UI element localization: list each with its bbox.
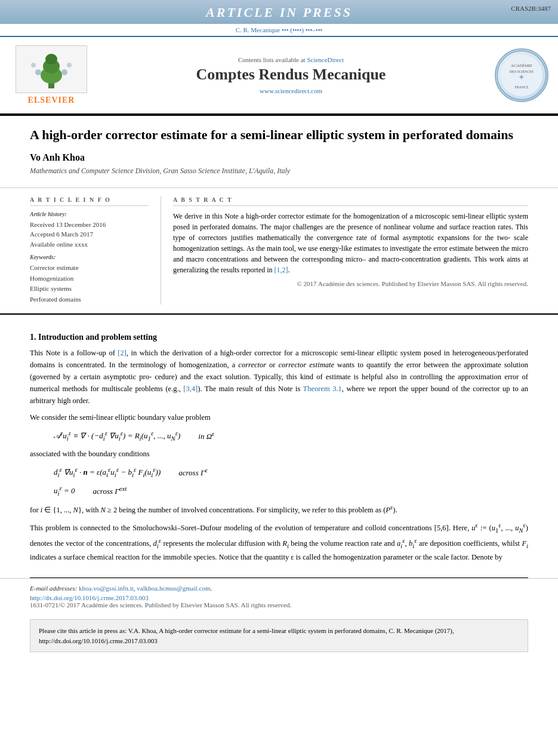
history-label: Article history: <box>30 211 149 217</box>
article-title-section: A high-order corrector estimate for a se… <box>0 116 558 188</box>
email-label: E-mail addresses: <box>30 585 77 592</box>
body-para4: for i ∈ {1, ..., N}, with N ≥ 2 being th… <box>30 503 528 516</box>
keyword-4: Perforated domains <box>30 294 149 305</box>
body-para1: This Note is a follow-up of [2], in whic… <box>30 347 528 407</box>
equation-2-domain: across Γε <box>178 466 207 478</box>
academy-emblem: ACADÉMIE DES SCIENCES ✦ FRANCE <box>495 48 548 102</box>
accepted-date: Accepted 6 March 2017 <box>30 229 149 239</box>
elsevier-label: ELSEVIER <box>28 96 75 105</box>
article-info-label: A R T I C L E I N F O <box>30 196 149 206</box>
doi-link[interactable]: http://dx.doi.org/10.1016/j.crme.2017.03… <box>30 594 149 601</box>
article-info-column: A R T I C L E I N F O Article history: R… <box>30 196 161 305</box>
equation-1: 𝒜εuiε ≡ ∇ · (−diε ∇uiε) = Ri(u1ε, ..., u… <box>54 429 528 442</box>
body-para3: associated with the boundary conditions <box>30 448 528 460</box>
cite-box: Please cite this article in press as: V.… <box>30 619 528 652</box>
contents-text: Contents lists available at <box>238 56 306 63</box>
equation-2: diε ∇uiε · n = ε(aiεuiε − biε Fi(uiε)) a… <box>54 466 528 478</box>
email-line: E-mail addresses: khoa.vo@gssi.infn.it, … <box>30 585 528 592</box>
journal-line-text: C. R. Mecanique ••• (••••) •••–••• <box>236 26 323 33</box>
issn-line: 1631-0721/© 2017 Académie des sciences. … <box>30 601 528 609</box>
info-abstract-section: A R T I C L E I N F O Article history: R… <box>0 188 558 314</box>
doi-line: http://dx.doi.org/10.1016/j.crme.2017.03… <box>30 594 528 601</box>
equation-1-domain: in Ωε <box>198 430 214 441</box>
abstract-ref-link[interactable]: [1,2] <box>275 266 288 274</box>
keyword-1: Corrector estimate <box>30 263 149 273</box>
abstract-text: We derive in this Note a high-order corr… <box>173 211 528 275</box>
equation-3: uiε = 0 across Γext <box>54 484 528 497</box>
svg-point-6 <box>31 63 36 67</box>
sciencedirect-link[interactable]: ScienceDirect <box>307 56 344 63</box>
available-online: Available online xxxx <box>30 239 149 250</box>
aip-title: ARTICLE IN PRESS <box>0 5 558 20</box>
copyright-line: © 2017 Académie des sciences. Published … <box>173 280 528 287</box>
email-link-2[interactable]: valkhoa.hcmus@gmail.com <box>137 585 210 592</box>
journal-emblem: ACADÉMIE DES SCIENCES ✦ FRANCE <box>489 48 548 102</box>
article-in-press-banner: ARTICLE IN PRESS CRAS2B:3487 <box>0 0 558 24</box>
keywords-label: Keywords: <box>30 254 149 260</box>
footnote-area: E-mail addresses: khoa.vo@gssi.infn.it, … <box>0 578 558 614</box>
equation-3-domain: across Γext <box>93 485 127 496</box>
cras-id: CRAS2B:3487 <box>511 5 551 12</box>
journal-line: C. R. Mecanique ••• (••••) •••–••• <box>0 24 558 37</box>
author-name: Vo Anh Khoa <box>30 152 528 163</box>
svg-point-7 <box>67 63 72 67</box>
svg-text:ACADÉMIE: ACADÉMIE <box>511 63 532 67</box>
abstract-label: A B S T R A C T <box>173 196 528 206</box>
ref2-link[interactable]: [2] <box>118 349 127 357</box>
journal-url-link[interactable]: www.sciencedirect.com <box>260 87 322 94</box>
equation-2-text: diε ∇uiε · n = ε(aiεuiε − biε Fi(uiε)) <box>54 466 161 478</box>
svg-point-5 <box>61 69 67 75</box>
equation-3-text: uiε = 0 <box>54 484 75 497</box>
journal-header: ELSEVIER Contents lists available at Sci… <box>0 37 558 115</box>
svg-text:FRANCE: FRANCE <box>514 85 529 89</box>
author-affiliation: Mathematics and Computer Science Divisio… <box>30 167 528 176</box>
body-para2: We consider the semi-linear elliptic bou… <box>30 411 528 423</box>
equation-3-block: uiε = 0 across Γext <box>54 484 528 497</box>
received-date: Received 13 December 2016 <box>30 220 149 230</box>
email-link-1[interactable]: khoa.vo@gssi.infn.it <box>79 585 134 592</box>
elsevier-tree-icon <box>21 48 81 90</box>
abstract-column: A B S T R A C T We derive in this Note a… <box>161 196 528 305</box>
svg-point-4 <box>35 69 41 75</box>
keyword-3: Elliptic systems <box>30 284 149 294</box>
body-section: 1. Introduction and problem setting This… <box>0 315 558 577</box>
theorem31-link[interactable]: Theorem 3.1 <box>303 385 342 393</box>
body-para5: This problem is connected to the Smoluch… <box>30 521 528 563</box>
elsevier-logo: ELSEVIER <box>10 45 93 105</box>
elsevier-logo-box <box>16 45 87 93</box>
section1-heading: 1. Introduction and problem setting <box>30 333 528 342</box>
equation-2-block: diε ∇uiε · n = ε(aiεuiε − biε Fi(uiε)) a… <box>54 466 528 478</box>
svg-text:✦: ✦ <box>518 73 525 82</box>
keyword-2: Homogenization <box>30 273 149 284</box>
article-title: A high-order corrector estimate for a se… <box>30 127 528 144</box>
journal-center: Contents lists available at ScienceDirec… <box>93 56 489 94</box>
journal-url: www.sciencedirect.com <box>93 87 489 94</box>
svg-point-3 <box>45 54 57 64</box>
journal-title: Comptes Rendus Mecanique <box>93 66 489 84</box>
ref34-link[interactable]: [3,4] <box>183 385 198 393</box>
equation-1-text: 𝒜εuiε ≡ ∇ · (−diε ∇uiε) = Ri(u1ε, ..., u… <box>54 429 180 442</box>
contents-line: Contents lists available at ScienceDirec… <box>93 56 489 63</box>
equation-1-block: 𝒜εuiε ≡ ∇ · (−diε ∇uiε) = Ri(u1ε, ..., u… <box>54 429 528 442</box>
